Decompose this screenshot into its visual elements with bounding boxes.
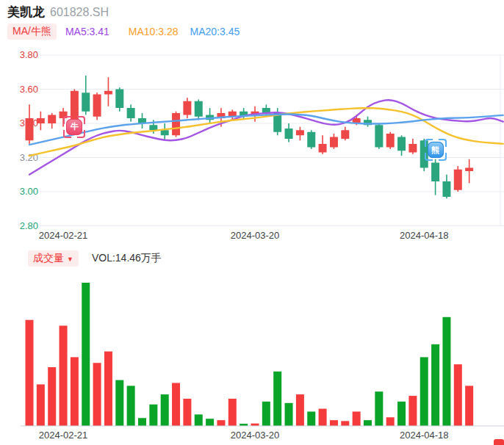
volume-bar-19	[228, 399, 237, 426]
candle-6	[82, 93, 90, 112]
volume-selector-label: 成交量	[33, 252, 64, 264]
candle-34	[397, 137, 406, 151]
volume-bar-18	[217, 420, 225, 426]
volume-bar-23	[273, 372, 281, 426]
volume-bar-5	[71, 357, 79, 426]
volume-bar-40	[465, 386, 473, 426]
volume-bar-33	[386, 417, 395, 426]
candle-13	[161, 130, 169, 135]
volume-bar-16	[195, 414, 203, 426]
candle-12	[149, 125, 157, 130]
dropdown-arrow-icon: ▼	[67, 256, 73, 263]
chart-canvas	[0, 0, 504, 445]
candle-15	[183, 101, 191, 115]
candle-40	[465, 167, 473, 171]
volume-bar-9	[115, 380, 123, 426]
volume-bar-26	[307, 412, 315, 427]
candle-29	[341, 130, 349, 139]
volume-legend-row: 成交量▼ VOL:14.46万手	[28, 250, 162, 267]
candle-10	[127, 108, 135, 118]
bracket-corner	[425, 139, 433, 147]
date-tick-2024-03-20: 2024-03-20	[211, 430, 299, 441]
volume-bar-17	[206, 419, 214, 426]
candle-3	[48, 115, 56, 123]
bracket-corner	[77, 130, 85, 138]
volume-bar-12	[149, 405, 157, 426]
bracket-corner	[77, 116, 85, 124]
candle-25	[296, 130, 304, 135]
candle-9	[115, 90, 123, 109]
candle-27	[319, 144, 327, 153]
volume-bar-11	[138, 418, 146, 426]
volume-bar-30	[353, 412, 361, 427]
candle-14	[172, 113, 180, 135]
bracket-corner	[439, 153, 447, 161]
candle-37	[431, 162, 439, 181]
date-tick-2024-02-21: 2024-02-21	[19, 230, 107, 241]
kline-chart-screen: 美凯龙601828.SH MA/牛熊 MA5:3.41 MA10:3.28 MA…	[0, 0, 504, 445]
clipped-red-element	[494, 439, 504, 445]
candle-38	[442, 181, 450, 197]
volume-bar-3	[48, 367, 56, 426]
candle-32	[375, 125, 383, 147]
volume-bar-13	[161, 394, 169, 426]
volume-bar-35	[408, 396, 417, 426]
volume-bar-24	[285, 403, 293, 426]
candle-39	[454, 170, 462, 190]
date-tick-2024-04-18: 2024-04-18	[380, 430, 468, 441]
volume-bar-34	[397, 402, 406, 426]
bracket-corner	[63, 116, 71, 124]
volume-bar-2	[37, 384, 45, 426]
candle-35	[408, 144, 417, 153]
volume-indicator-selector[interactable]: 成交量▼	[28, 250, 79, 267]
volume-bar-10	[127, 386, 135, 426]
volume-bar-14	[172, 383, 180, 427]
bracket-corner	[425, 153, 433, 161]
volume-bar-22	[262, 402, 270, 426]
bracket-corner	[439, 139, 447, 147]
volume-bar-27	[319, 409, 327, 426]
volume-bar-4	[60, 326, 68, 427]
volume-bar-36	[420, 357, 428, 426]
volume-bar-25	[296, 394, 304, 426]
date-tick-2024-02-21: 2024-02-21	[19, 430, 107, 441]
volume-bar-15	[183, 399, 191, 426]
candle-8	[104, 91, 112, 95]
volume-bar-7	[93, 363, 101, 426]
volume-bar-8	[104, 352, 112, 426]
candle-1	[26, 118, 34, 140]
candle-7	[93, 94, 101, 116]
volume-value: VOL:14.46万手	[92, 252, 162, 265]
candle-2	[37, 118, 45, 123]
date-tick-2024-04-18: 2024-04-18	[380, 230, 468, 241]
candle-24	[285, 129, 293, 139]
candle-wick-40	[469, 159, 470, 184]
bull-marker[interactable]: 牛	[63, 116, 85, 138]
date-tick-2024-03-20: 2024-03-20	[211, 230, 299, 241]
candle-28	[330, 137, 338, 148]
volume-bar-6	[82, 283, 90, 426]
candle-26	[307, 132, 315, 148]
bracket-corner	[63, 130, 71, 138]
bear-marker[interactable]: 熊	[425, 139, 447, 161]
volume-bar-31	[364, 420, 372, 426]
candle-16	[195, 101, 203, 117]
volume-bar-29	[341, 421, 349, 426]
volume-bar-28	[330, 420, 338, 426]
candle-33	[386, 134, 395, 148]
volume-bar-37	[431, 344, 439, 426]
volume-bar-38	[442, 317, 450, 426]
volume-bar-32	[375, 391, 383, 426]
volume-bar-1	[26, 320, 34, 426]
volume-bar-39	[454, 364, 462, 426]
